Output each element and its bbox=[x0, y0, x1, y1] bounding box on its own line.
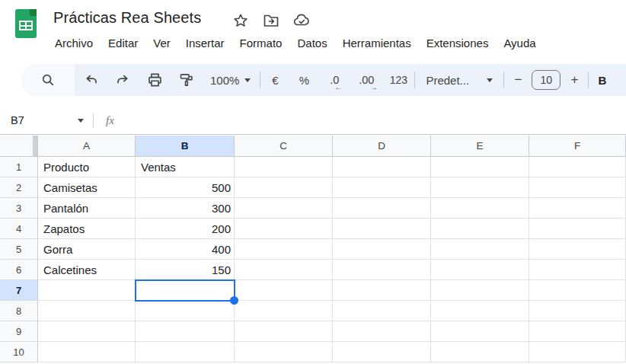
more-formats-button[interactable]: 123 bbox=[382, 66, 414, 94]
cell-E5[interactable] bbox=[431, 239, 529, 260]
cell-B3[interactable]: 300 bbox=[136, 198, 235, 219]
name-box-chevron-icon[interactable] bbox=[78, 119, 84, 123]
menu-ayuda[interactable]: Ayuda bbox=[496, 33, 543, 54]
column-header-E[interactable]: E bbox=[431, 136, 529, 157]
print-button[interactable] bbox=[139, 66, 171, 94]
cell-F5[interactable] bbox=[529, 239, 626, 260]
cell-A1[interactable]: Producto bbox=[38, 157, 136, 177]
decrease-font-size-button[interactable]: − bbox=[504, 72, 532, 88]
column-header-A[interactable]: A bbox=[38, 136, 136, 157]
cell-A10[interactable] bbox=[38, 342, 136, 362]
cell-D6[interactable] bbox=[333, 260, 431, 280]
cell-C10[interactable] bbox=[235, 342, 333, 362]
cell-B7[interactable] bbox=[136, 280, 235, 301]
search-button[interactable] bbox=[21, 64, 75, 96]
cell-D9[interactable] bbox=[333, 321, 431, 342]
cell-B1[interactable]: Ventas bbox=[136, 157, 235, 177]
cell-E7[interactable] bbox=[431, 280, 529, 301]
menu-archivo[interactable]: Archivo bbox=[47, 33, 101, 54]
cell-F3[interactable] bbox=[529, 198, 626, 219]
move-folder-icon[interactable] bbox=[262, 11, 280, 30]
decrease-decimal-button[interactable]: .0← bbox=[318, 66, 350, 94]
menu-insertar[interactable]: Insertar bbox=[178, 33, 232, 54]
cell-B8[interactable] bbox=[136, 301, 235, 321]
cell-C6[interactable] bbox=[235, 260, 333, 280]
cell-F10[interactable] bbox=[529, 342, 626, 362]
cell-E8[interactable] bbox=[431, 301, 529, 321]
menu-formato[interactable]: Formato bbox=[232, 33, 290, 54]
cell-E9[interactable] bbox=[431, 321, 529, 342]
cell-B9[interactable] bbox=[136, 321, 235, 342]
row-header-2[interactable]: 2 bbox=[0, 177, 38, 198]
zoom-control[interactable]: 100% bbox=[203, 74, 260, 87]
cell-C2[interactable] bbox=[235, 177, 333, 198]
row-header-10[interactable]: 10 bbox=[0, 342, 38, 362]
row-header-3[interactable]: 3 bbox=[0, 198, 38, 219]
increase-font-size-button[interactable]: + bbox=[561, 72, 588, 88]
cell-A8[interactable] bbox=[38, 301, 136, 321]
cell-B2[interactable]: 500 bbox=[136, 177, 235, 198]
cell-F8[interactable] bbox=[529, 301, 626, 321]
row-header-9[interactable]: 9 bbox=[0, 321, 38, 342]
redo-button[interactable] bbox=[107, 66, 139, 94]
row-header-1[interactable]: 1 bbox=[0, 157, 38, 177]
column-header-C[interactable]: C bbox=[235, 136, 333, 157]
cell-A4[interactable]: Zapatos bbox=[38, 219, 136, 239]
sheets-logo-icon[interactable] bbox=[15, 9, 37, 38]
select-all-corner[interactable] bbox=[0, 136, 38, 157]
menu-extensiones[interactable]: Extensiones bbox=[419, 33, 497, 54]
formula-input[interactable] bbox=[114, 107, 626, 134]
cell-C7[interactable] bbox=[235, 280, 333, 301]
font-size-input[interactable]: 10 bbox=[532, 70, 561, 90]
menu-herramientas[interactable]: Herramientas bbox=[335, 33, 419, 54]
menu-ver[interactable]: Ver bbox=[145, 33, 178, 54]
document-title[interactable]: Prácticas Rea Sheets bbox=[53, 9, 201, 27]
row-header-4[interactable]: 4 bbox=[0, 219, 38, 239]
name-box[interactable]: B7 bbox=[0, 114, 78, 126]
font-family-selector[interactable]: Predet... bbox=[415, 74, 503, 87]
cell-A2[interactable]: Camisetas bbox=[38, 177, 136, 198]
cell-E2[interactable] bbox=[431, 177, 529, 198]
cell-D2[interactable] bbox=[333, 177, 431, 198]
cloud-saved-icon[interactable] bbox=[292, 11, 311, 30]
cell-C5[interactable] bbox=[235, 239, 333, 260]
row-header-8[interactable]: 8 bbox=[0, 301, 38, 321]
row-header-7[interactable]: 7 bbox=[0, 280, 38, 301]
star-icon[interactable] bbox=[232, 11, 250, 30]
cell-F2[interactable] bbox=[529, 177, 626, 198]
cell-A6[interactable]: Calcetines bbox=[38, 260, 136, 280]
cell-C3[interactable] bbox=[235, 198, 333, 219]
cell-C4[interactable] bbox=[235, 219, 333, 239]
column-header-B[interactable]: B bbox=[136, 136, 235, 157]
cell-B4[interactable]: 200 bbox=[136, 219, 235, 239]
cell-D10[interactable] bbox=[333, 342, 431, 362]
cell-A7[interactable] bbox=[38, 280, 136, 301]
cell-F9[interactable] bbox=[529, 321, 626, 342]
cell-D7[interactable] bbox=[333, 280, 431, 301]
undo-button[interactable] bbox=[75, 66, 107, 94]
increase-decimal-button[interactable]: .00→ bbox=[350, 66, 382, 94]
bold-button[interactable]: B bbox=[598, 74, 606, 87]
row-header-5[interactable]: 5 bbox=[0, 239, 38, 260]
cell-D5[interactable] bbox=[333, 239, 431, 260]
cell-C9[interactable] bbox=[235, 321, 333, 342]
cell-E4[interactable] bbox=[431, 219, 529, 239]
cell-F6[interactable] bbox=[529, 260, 626, 280]
cell-F7[interactable] bbox=[529, 280, 626, 301]
cell-F1[interactable] bbox=[529, 157, 626, 177]
cell-C8[interactable] bbox=[235, 301, 333, 321]
cell-A5[interactable]: Gorra bbox=[38, 239, 136, 260]
cell-F4[interactable] bbox=[529, 219, 626, 239]
row-header-6[interactable]: 6 bbox=[0, 260, 38, 280]
cell-E10[interactable] bbox=[431, 342, 529, 362]
cell-A3[interactable]: Pantalón bbox=[38, 198, 136, 219]
cell-E6[interactable] bbox=[431, 260, 529, 280]
format-currency-button[interactable]: € bbox=[260, 66, 289, 94]
menu-datos[interactable]: Datos bbox=[289, 33, 334, 54]
cell-E3[interactable] bbox=[431, 198, 529, 219]
cell-D3[interactable] bbox=[333, 198, 431, 219]
cell-E1[interactable] bbox=[431, 157, 529, 177]
fill-handle[interactable] bbox=[230, 296, 238, 305]
format-percent-button[interactable]: % bbox=[289, 66, 318, 94]
cell-B5[interactable]: 400 bbox=[136, 239, 235, 260]
